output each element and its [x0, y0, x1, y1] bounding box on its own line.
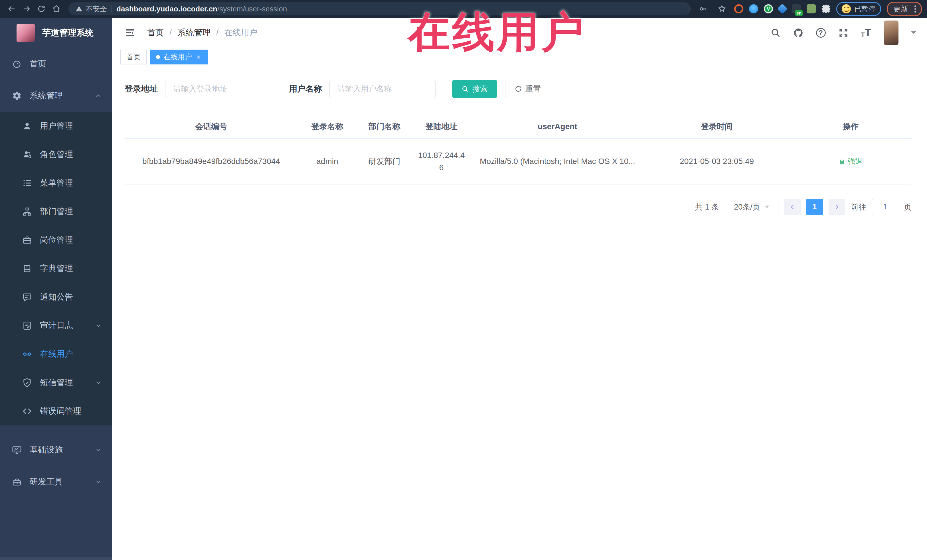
force-logout-button[interactable]: 强退	[839, 156, 863, 166]
breadcrumb-home[interactable]: 首页	[147, 27, 164, 38]
org-tree-icon	[22, 207, 32, 216]
extension-icon-translate[interactable]: en	[792, 4, 801, 14]
chevron-up-icon	[95, 92, 102, 100]
next-page-button[interactable]	[828, 199, 845, 215]
chevron-down-icon	[765, 206, 769, 208]
key-icon[interactable]	[696, 2, 710, 15]
fullscreen-icon[interactable]	[838, 28, 849, 38]
sidebar-logo[interactable]: 芋道管理系统	[0, 18, 112, 48]
cell-login-time: 2021-05-03 23:05:49	[644, 138, 790, 184]
tab-label: 首页	[126, 52, 141, 62]
extension-icon-gem[interactable]	[777, 4, 788, 14]
search-icon[interactable]	[770, 28, 781, 38]
profile-paused-badge[interactable]: 已暂停	[836, 2, 881, 16]
sidebar-item-error-code[interactable]: 错误码管理	[0, 397, 112, 425]
sidebar-item-dept-mgmt[interactable]: 部门管理	[0, 197, 112, 226]
bookmark-star-icon[interactable]	[715, 2, 728, 15]
app-header: 首页 / 系统管理 / 在线用户 ?	[112, 18, 927, 48]
security-badge[interactable]: 不安全	[75, 4, 107, 14]
reset-button[interactable]: 重置	[505, 80, 550, 98]
github-icon[interactable]	[793, 28, 804, 38]
breadcrumb-current: 在线用户	[224, 27, 257, 38]
sidebar-item-notice[interactable]: 通知公告	[0, 283, 112, 311]
back-icon[interactable]	[5, 2, 18, 15]
tab-online-users[interactable]: 在线用户	[150, 50, 208, 64]
chevron-down-icon	[95, 322, 102, 329]
sidebar-item-dict-mgmt[interactable]: 字典管理	[0, 254, 112, 283]
url-host: dashboard.yudao.iocoder.cn	[116, 5, 217, 13]
update-label: 更新	[894, 4, 908, 14]
briefcase-icon	[22, 235, 32, 245]
role-icon	[22, 150, 32, 159]
page-content: 登录地址 用户名称 搜索 重置	[112, 66, 927, 560]
font-size-icon[interactable]: TT	[861, 28, 871, 38]
reload-icon[interactable]	[35, 2, 48, 15]
sidebar-item-dev-tools[interactable]: 研发工具	[0, 466, 112, 498]
sidebar-item-label: 用户管理	[40, 120, 102, 132]
table-header-row: 会话编号 登录名称 部门名称 登陆地址 userAgent 登录时间 操作	[125, 115, 912, 139]
extension-icon-blue-drop[interactable]	[749, 4, 758, 14]
url-path: /system/user-session	[217, 5, 287, 13]
extension-icon-green-v[interactable]: V	[764, 4, 773, 14]
sidebar-item-label: 审计日志	[40, 320, 87, 331]
current-page-button[interactable]: 1	[806, 199, 823, 215]
sidebar-bottom-strip	[0, 557, 112, 560]
login-address-input[interactable]	[165, 80, 271, 98]
toolbar-right: V en 已暂停 更新	[696, 2, 922, 16]
extensions-puzzle-icon[interactable]	[821, 4, 831, 14]
sidebar-item-role-mgmt[interactable]: 角色管理	[0, 140, 112, 169]
cell-login-address: 101.87.244.46	[412, 138, 471, 184]
sidebar-item-system[interactable]: 系统管理	[0, 80, 112, 112]
logo-avatar	[17, 24, 35, 42]
url-text: dashboard.yudao.iocoder.cn/system/user-s…	[116, 5, 287, 14]
user-name-input[interactable]	[330, 80, 436, 98]
sidebar-item-label: 系统管理	[30, 90, 87, 102]
cell-login-name: admin	[298, 138, 357, 184]
screen: 不安全 dashboard.yudao.iocoder.cn/system/us…	[0, 0, 927, 560]
sidebar-item-home[interactable]: 首页	[0, 48, 112, 80]
sidebar-item-label: 字典管理	[40, 263, 102, 274]
sidebar-item-infra[interactable]: 基础设施	[0, 434, 112, 466]
user-icon	[22, 121, 32, 131]
sidebar-item-label: 短信管理	[40, 377, 87, 389]
divider	[111, 5, 112, 12]
cell-actions: 强退	[790, 138, 912, 184]
sidebar-item-online-users[interactable]: 在线用户	[0, 340, 112, 369]
address-bar[interactable]: 不安全 dashboard.yudao.iocoder.cn/system/us…	[68, 2, 691, 15]
page-size-select[interactable]: 20条/页	[725, 199, 778, 215]
sidebar-item-label: 角色管理	[40, 149, 102, 160]
extension-icon-green-key[interactable]	[807, 4, 816, 14]
search-button[interactable]: 搜索	[452, 80, 497, 98]
main-area: 首页 / 系统管理 / 在线用户 ?	[112, 18, 927, 560]
avatar[interactable]	[884, 21, 898, 45]
chrome-update-button[interactable]: 更新	[887, 2, 922, 16]
breadcrumb-system[interactable]: 系统管理	[178, 27, 211, 38]
forward-icon[interactable]	[20, 2, 33, 15]
caret-down-icon[interactable]	[911, 31, 916, 34]
sidebar-item-label: 岗位管理	[40, 234, 102, 246]
en-badge: en	[795, 10, 802, 16]
sidebar-item-sms-mgmt[interactable]: 短信管理	[0, 369, 112, 397]
sidebar-item-user-mgmt[interactable]: 用户管理	[0, 112, 112, 140]
prev-page-button[interactable]	[784, 199, 801, 215]
login-address-label: 登录地址	[125, 83, 158, 95]
tab-home[interactable]: 首页	[120, 50, 147, 64]
extension-icon-orange[interactable]	[734, 4, 743, 14]
sidebar-item-audit-log[interactable]: 审计日志	[0, 311, 112, 340]
user-name-label: 用户名称	[289, 83, 322, 95]
goto-page-input[interactable]	[872, 199, 898, 215]
help-icon[interactable]: ?	[816, 28, 826, 38]
browser-menu-icon[interactable]	[913, 5, 918, 13]
sidebar-item-label: 研发工具	[30, 476, 87, 487]
sidebar-item-menu-mgmt[interactable]: 菜单管理	[0, 169, 112, 197]
sidebar-item-label: 首页	[30, 58, 102, 70]
app-frame: 芋道管理系统 首页 系统管理 用户管理 角色管理 菜单管理	[0, 18, 927, 560]
monitor-icon	[12, 445, 22, 455]
breadcrumb-separator: /	[216, 28, 219, 37]
sidebar-item-label: 基础设施	[30, 444, 87, 456]
sidebar-item-post-mgmt[interactable]: 岗位管理	[0, 226, 112, 254]
close-icon[interactable]	[195, 54, 202, 60]
chevron-down-icon	[95, 478, 102, 486]
hamburger-icon[interactable]	[125, 27, 136, 38]
home-icon[interactable]	[50, 2, 63, 15]
